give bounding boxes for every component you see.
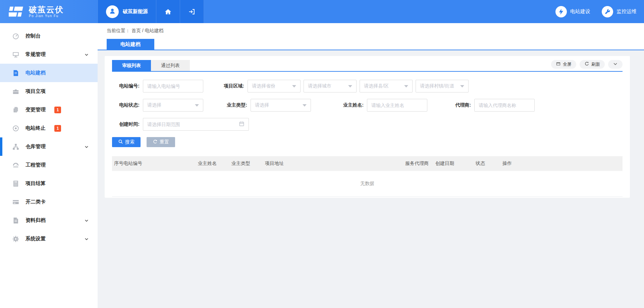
login-arrow-icon [188,8,196,15]
select-caret-icon [292,85,296,87]
sidebar-item-station-archive[interactable]: 电站建档 [0,64,98,82]
search-icon [118,139,123,145]
sidebar-item-label: 项目立项 [25,88,46,95]
select-caret-icon [195,104,199,107]
sidebar-item-label: 项目结算 [25,180,46,187]
chevron-down-icon[interactable] [84,218,89,223]
fullscreen-button[interactable]: 全屏 [551,60,576,69]
sidebar-item-label: 控制台 [25,33,41,39]
header-spacer [204,0,555,23]
document-icon [12,69,19,77]
sidebar-item-engineering-mgmt[interactable]: 工程管理 [0,156,98,174]
city-select[interactable]: 请选择城市 [304,80,357,93]
col-owner-type: 业主类型 [231,156,265,171]
station-status-label: 电站状态: [112,102,140,108]
chevron-down-icon[interactable] [84,144,89,149]
breadcrumb-path[interactable]: 首页 / 电站建档 [131,28,164,33]
agent-label: 代理商: [447,102,471,108]
sidebar-item-warehouse-mgmt[interactable]: 仓库管理 [0,137,98,156]
refresh-icon [584,61,589,67]
select-caret-icon [404,85,408,87]
station-no-label: 电站编号: [112,83,140,89]
sidebar-item-system-settings[interactable]: 系统设置 [0,230,98,248]
date-range-picker[interactable] [143,118,249,131]
filter-row-3: 创建时间: [112,118,623,131]
logo-subtitle: Po Jian Yun Fu [29,14,64,18]
search-button[interactable]: 搜索 [112,137,141,147]
app-monitor-ops-label: 监控运维 [616,8,637,15]
content-card: 审核列表 通过列表 全屏 [105,56,630,198]
station-no-input[interactable] [143,80,203,93]
sidebar-item-label: 电站建档 [25,70,46,76]
sidebar-item-label: 仓库管理 [25,143,46,150]
tab-review-list[interactable]: 审核列表 [112,60,151,71]
filter-row-2: 电站状态: 请选择 业主类型: 请选择 业主姓名: [112,99,623,112]
monitor-icon [12,51,19,58]
town-select[interactable]: 请选择村镇/街道 [416,80,469,93]
login-exit-button[interactable] [180,0,204,23]
reset-icon [153,139,158,145]
header-apps: 电站建设 监控运维 [555,0,644,23]
county-select[interactable]: 请选择县/区 [360,80,413,93]
reset-button[interactable]: 重置 [147,137,175,147]
collapse-button[interactable] [608,60,623,69]
owner-type-select[interactable]: 请选择 [251,99,311,112]
sidebar-scroll-indicator[interactable] [0,137,2,156]
sidebar-item-general-mgmt[interactable]: 常规管理 [0,45,98,64]
date-range-input[interactable] [147,122,239,127]
person-icon [109,7,116,16]
col-index: 序号 [112,156,123,171]
circle-dot-icon [12,125,19,132]
panel-tabs: 审核列表 通过列表 全屏 [112,60,623,72]
app-monitor-ops[interactable]: 监控运维 [602,6,637,17]
agent-input[interactable] [474,99,535,112]
select-caret-icon [303,104,307,107]
sidebar-item-label: 资料归档 [25,217,46,224]
sidebar-item-label: 开二类卡 [25,199,46,205]
sidebar-item-change-mgmt[interactable]: 变更管理 1 [0,101,98,119]
top-header: 破茧云伏 Po Jian Yun Fu 破茧新能源 [0,0,644,23]
sidebar-item-dashboard[interactable]: 控制台 [0,27,98,45]
panel-toolbar: 全屏 刷新 [551,60,623,71]
chevron-down-icon[interactable] [84,237,89,241]
dashboard-icon [12,162,19,169]
home-button[interactable] [156,0,180,23]
page-tab-station-archive[interactable]: 电站建档 [107,39,154,50]
results-table: 序号 电站编号 业主姓名 业主类型 项目地址 服务代理商 创建日期 状态 操作 [112,156,623,197]
sitemap-icon [12,143,19,150]
chevron-down-icon[interactable] [84,52,89,57]
empty-state-text: 无数据 [112,171,623,196]
breadcrumb-prefix: 当前位置： [107,28,130,33]
col-station-no: 电站编号 [123,156,198,171]
sidebar-item-open-card[interactable]: 开二类卡 [0,193,98,211]
topbar: 当前位置： 首页 / 电站建档 电站建档 [98,23,644,50]
breadcrumb: 当前位置： 首页 / 电站建档 [107,28,164,34]
sidebar-item-data-archive[interactable]: 资料归档 [0,211,98,230]
select-caret-icon [348,85,352,87]
sidebar-item-project-initiation[interactable]: 项目立项 [0,82,98,101]
station-status-select[interactable]: 请选择 [143,99,203,112]
sidebar-item-label: 工程管理 [25,162,46,168]
col-created-date: 创建日期 [435,156,476,171]
table-header-row: 序号 电站编号 业主姓名 业主类型 项目地址 服务代理商 创建日期 状态 操作 [112,156,623,171]
app-station-build[interactable]: 电站建设 [555,6,590,17]
user-name: 破茧新能源 [123,8,148,15]
sidebar-item-station-terminate[interactable]: 电站终止 1 [0,119,98,137]
owner-name-input[interactable] [367,99,427,112]
tab-passed-list[interactable]: 通过列表 [151,60,190,71]
station-terminate-badge: 1 [54,125,61,132]
sidebar-item-project-settlement[interactable]: 项目结算 [0,174,98,193]
empty-row: 无数据 [112,171,623,196]
user-menu[interactable]: 破茧新能源 [98,0,156,23]
refresh-button[interactable]: 刷新 [580,60,605,69]
sidebar-item-label: 电站终止 [25,125,46,131]
change-mgmt-badge: 1 [54,107,61,113]
province-select[interactable]: 请选择省份 [248,80,301,93]
home-icon [164,8,172,15]
main-area: 当前位置： 首页 / 电站建档 电站建档 审核列表 通过列表 [98,23,644,308]
select-caret-icon [460,85,464,87]
owner-name-label: 业主姓名: [336,102,364,108]
sidebar-item-label: 常规管理 [25,51,46,58]
sidebar: 控制台 常规管理 [0,23,98,308]
fullscreen-icon [556,61,561,67]
